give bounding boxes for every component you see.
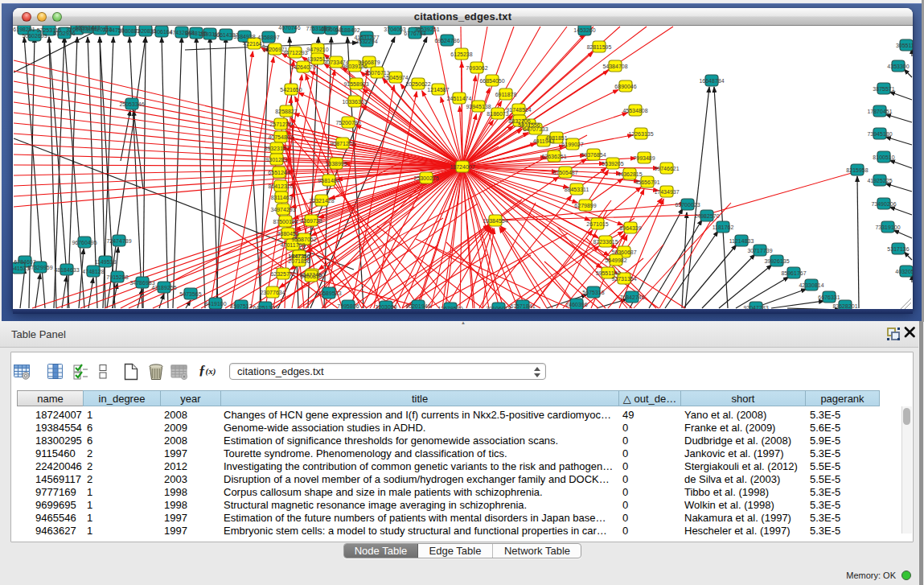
svg-text:69524786: 69524786 [434, 38, 459, 43]
svg-text:65700023: 65700023 [675, 202, 700, 208]
svg-text:92731354: 92731354 [611, 276, 636, 282]
svg-text:2460396: 2460396 [565, 302, 587, 307]
svg-text:4353300: 4353300 [887, 64, 909, 69]
svg-text:4369738: 4369738 [300, 218, 322, 224]
svg-text:12263135: 12263135 [628, 131, 653, 137]
svg-text:22321428: 22321428 [309, 198, 334, 204]
svg-text:50602693: 50602693 [22, 33, 47, 39]
svg-text:3055111: 3055111 [896, 43, 913, 48]
svg-text:66854050: 66854050 [479, 78, 504, 84]
svg-text:96201949: 96201949 [405, 303, 430, 309]
svg-text:67329959: 67329959 [27, 265, 52, 270]
svg-text:16648784: 16648784 [699, 78, 724, 84]
svg-text:59376854: 59376854 [581, 152, 606, 158]
svg-text:5675318: 5675318 [582, 290, 604, 295]
svg-text:7993489: 7993489 [633, 155, 655, 161]
svg-text:13679520: 13679520 [437, 306, 462, 310]
svg-text:5421650: 5421650 [280, 87, 302, 93]
svg-text:6279899: 6279899 [574, 203, 596, 208]
svg-text:7093062: 7093062 [466, 65, 487, 71]
svg-text:8964339: 8964339 [619, 225, 641, 231]
svg-text:23077634: 23077634 [260, 290, 285, 295]
svg-text:73319100: 73319100 [875, 225, 900, 230]
svg-text:72474789: 72474789 [106, 238, 131, 244]
svg-text:4748128: 4748128 [82, 269, 104, 274]
svg-text:41925225: 41925225 [867, 178, 892, 183]
svg-text:5073565: 5073565 [179, 291, 201, 297]
svg-text:64707333: 64707333 [523, 126, 548, 132]
svg-text:20250622: 20250622 [405, 81, 430, 87]
svg-text:1214587: 1214587 [427, 87, 449, 93]
svg-text:4358897: 4358897 [257, 35, 279, 40]
svg-text:1338995: 1338995 [325, 161, 347, 167]
svg-text:99746621: 99746621 [654, 166, 679, 171]
svg-text:17870451: 17870451 [867, 109, 892, 114]
svg-text:5549982: 5549982 [605, 257, 626, 263]
svg-text:44362815: 44362815 [617, 171, 642, 177]
svg-text:9966879: 9966879 [358, 60, 380, 65]
svg-text:48184633: 48184633 [54, 267, 79, 273]
svg-text:6551244: 6551244 [268, 170, 290, 175]
svg-text:64251303: 64251303 [253, 305, 277, 310]
svg-text:7995806: 7995806 [337, 303, 359, 309]
svg-text:6199027: 6199027 [561, 142, 583, 147]
svg-text:47011799: 47011799 [281, 242, 306, 248]
svg-text:4221641: 4221641 [243, 41, 265, 47]
svg-text:14264070: 14264070 [290, 64, 315, 70]
svg-text:7915288: 7915288 [106, 274, 128, 280]
svg-text:95587052: 95587052 [291, 237, 316, 242]
svg-text:47189255: 47189255 [151, 285, 176, 290]
svg-text:5317136: 5317136 [887, 246, 909, 252]
svg-text:25053346: 25053346 [119, 101, 144, 107]
svg-text:1453260: 1453260 [573, 27, 595, 33]
svg-text:17434937: 17434937 [654, 189, 679, 195]
svg-text:62636251: 62636251 [541, 154, 566, 159]
svg-text:34712293: 34712293 [282, 50, 307, 56]
svg-text:1181762: 1181762 [713, 225, 734, 230]
svg-text:6890046: 6890046 [614, 84, 636, 89]
svg-text:59551140: 59551140 [596, 270, 621, 276]
svg-text:19384554: 19384554 [483, 218, 507, 224]
svg-text:39323157: 39323157 [264, 146, 289, 151]
svg-text:67505487: 67505487 [552, 170, 577, 175]
svg-text:45656791: 45656791 [634, 179, 659, 185]
svg-text:67571841: 67571841 [510, 303, 535, 309]
svg-text:91558903: 91558903 [343, 81, 368, 87]
svg-text:10336303: 10336303 [342, 99, 367, 105]
svg-text:54384708: 54384708 [602, 64, 627, 69]
svg-text:3704063: 3704063 [384, 27, 405, 32]
svg-text:8311463: 8311463 [271, 195, 293, 200]
svg-text:8100510: 8100510 [873, 154, 894, 160]
svg-text:25300275: 25300275 [413, 175, 438, 181]
svg-text:87233615: 87233615 [593, 239, 618, 245]
svg-text:8597513: 8597513 [230, 303, 252, 309]
svg-text:85961767: 85961767 [781, 270, 806, 276]
svg-text:5539205: 5539205 [602, 161, 623, 167]
svg-text:91748514: 91748514 [506, 107, 531, 113]
svg-text:87500184: 87500184 [273, 219, 298, 225]
svg-text:6125238: 6125238 [450, 51, 472, 57]
svg-text:6676331: 6676331 [818, 295, 840, 300]
svg-text:2071856: 2071856 [288, 258, 310, 264]
svg-text:90871278: 90871278 [330, 141, 355, 146]
svg-text:3380453: 3380453 [277, 231, 298, 237]
svg-text:76842746: 76842746 [619, 295, 644, 300]
svg-text:24511474: 24511474 [447, 96, 472, 101]
svg-text:9581484: 9581484 [318, 178, 339, 183]
svg-text:24982570: 24982570 [694, 213, 719, 219]
svg-text:3203090: 3203090 [375, 304, 396, 310]
svg-text:9301281: 9301281 [265, 157, 287, 163]
svg-text:5400818: 5400818 [300, 274, 322, 279]
svg-text:8258827: 8258827 [275, 109, 297, 114]
svg-text:8419100: 8419100 [204, 301, 226, 307]
svg-text:30106018: 30106018 [486, 306, 511, 310]
svg-text:3532294: 3532294 [355, 39, 377, 44]
svg-text:82811595: 82811595 [587, 44, 612, 50]
svg-text:92047283: 92047283 [743, 305, 768, 310]
svg-text:39926135: 39926135 [764, 258, 789, 264]
svg-text:75200789: 75200789 [335, 120, 360, 126]
svg-text:30717739: 30717739 [747, 248, 772, 253]
svg-text:3384938: 3384938 [233, 34, 255, 39]
svg-text:6911878: 6911878 [495, 92, 517, 97]
svg-text:6784607: 6784607 [14, 259, 35, 265]
